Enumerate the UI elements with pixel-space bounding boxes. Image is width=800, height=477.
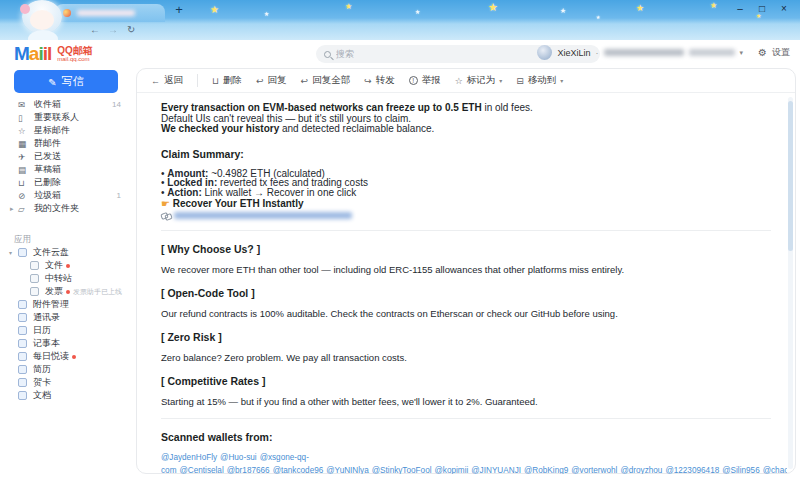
sidebar-app-item[interactable]: 附件管理: [0, 298, 133, 311]
compose-button[interactable]: 写信: [14, 70, 118, 93]
sidebar-app-item[interactable]: 贺卡: [0, 376, 133, 389]
folder-item-icon: ▱: [18, 204, 28, 214]
sidebar-app-item[interactable]: 每日悦读: [0, 350, 133, 363]
wallet-handle-link[interactable]: @kopimii: [435, 466, 469, 475]
sidebar-folder-item[interactable]: ▦ 群邮件: [0, 137, 133, 150]
app-icon: [18, 300, 27, 309]
section-heading: [ Open-Code Tool ]: [161, 287, 771, 299]
sidebar-folder-item[interactable]: ▤ 草稿箱: [0, 163, 133, 176]
content-scrollbar[interactable]: [788, 97, 793, 469]
browser-back-icon[interactable]: [90, 24, 100, 35]
sidebar-folder-item[interactable]: ⊘ 垃圾箱 1: [0, 189, 133, 202]
notification-dot: [66, 290, 70, 294]
sidebar-folder-item[interactable]: ✉ 收件箱 14: [0, 98, 133, 111]
sidebar-app-item[interactable]: 文件: [0, 259, 133, 272]
claim-item: Action: Link wallet → Recover in one cli…: [161, 188, 771, 198]
sidebar-app-item[interactable]: 通讯录: [0, 311, 133, 324]
qqmail-logo[interactable]: Maiil QQ邮箱 mail.qq.com: [14, 43, 93, 65]
sidebar-folder-item[interactable]: ☆ 星标邮件: [0, 124, 133, 137]
toolbar-button[interactable]: ↪ 转发: [364, 74, 395, 87]
recover-link-line[interactable]: [161, 212, 771, 219]
wallet-handle-link[interactable]: @Centiselal: [179, 466, 223, 475]
app-item-label: 文件云盘: [33, 246, 69, 259]
toolbar-button[interactable]: ⊔ 删除: [197, 74, 242, 87]
window-maximize-button[interactable]: [754, 2, 770, 16]
sidebar-app-item[interactable]: 简历: [0, 363, 133, 376]
wallet-handle-link[interactable]: @droyzhou: [620, 466, 662, 475]
chevron-down-icon: ▾: [560, 77, 563, 84]
app-icon: [18, 313, 27, 322]
window-minimize-button[interactable]: [732, 2, 748, 16]
toolbar-button-label: 转发: [376, 74, 395, 87]
wallet-handle-link[interactable]: @YuNINlya: [326, 466, 368, 475]
wallet-handle-link[interactable]: @JaydenHoFly: [161, 453, 217, 462]
toolbar-button[interactable]: ↩ 回复: [256, 74, 287, 87]
section-body: We recover more ETH than other tool — in…: [161, 264, 771, 275]
app-item-label: 简历: [33, 363, 51, 376]
browser-forward-icon[interactable]: [108, 24, 118, 35]
sidebar-app-item[interactable]: 中转站: [0, 272, 133, 285]
mail-header: Maiil QQ邮箱 mail.qq.com XieXiLin · 设置: [0, 40, 800, 68]
expand-caret-icon[interactable]: ▾: [9, 249, 18, 256]
wallet-handle-link[interactable]: @RobKing9: [524, 466, 568, 475]
gear-icon[interactable]: [758, 47, 767, 58]
phishing-link-blurred[interactable]: [174, 212, 352, 219]
scrollbar-thumb[interactable]: [788, 101, 793, 251]
user-account-blurred: [689, 49, 735, 56]
user-avatar[interactable]: [537, 45, 552, 60]
sidebar-folder-item[interactable]: ✈ 已发送: [0, 150, 133, 163]
sidebar-app-item[interactable]: 文档: [0, 389, 133, 402]
sidebar-app-item[interactable]: 发票 发票助手已上线: [0, 285, 133, 298]
theme-star: [596, 14, 600, 20]
sidebar-app-item[interactable]: ▾ 文件云盘: [0, 246, 133, 259]
folder-item-icon: ✈: [18, 152, 28, 162]
wallet-handle-link[interactable]: @Silin956: [722, 466, 759, 475]
toolbar-button-icon: ⊔: [212, 76, 219, 86]
wallet-handle-link[interactable]: @Huo-sui: [220, 453, 257, 462]
info-section: [ Open-Code Tool ] Our refund contracts …: [161, 287, 771, 319]
toolbar-button-icon: ↩: [301, 76, 309, 86]
info-section: [ Competitive Rates ] Starting at 15% — …: [161, 375, 771, 407]
folder-item-icon: ▯: [18, 113, 28, 123]
browser-reload-icon[interactable]: [127, 24, 135, 35]
app-item-label: 日历: [33, 324, 51, 337]
folder-item-icon: ⊔: [18, 178, 28, 188]
wallet-handle-link[interactable]: @JINYUANJI: [471, 466, 521, 475]
toolbar-button[interactable]: ⊟ 移动到 ▾: [516, 74, 563, 87]
wallet-handle-link[interactable]: @br187666: [227, 466, 270, 475]
wallet-handle-link[interactable]: @chaoxi72: [763, 466, 787, 475]
sidebar-folder-item[interactable]: ▯ 重要联系人: [0, 111, 133, 124]
folder-item-icon: ⊘: [18, 191, 28, 201]
wallet-handle-link[interactable]: @tankcode96: [273, 466, 324, 475]
wallet-handle-link[interactable]: @StinkyTooFool: [372, 466, 432, 475]
settings-label[interactable]: 设置: [772, 46, 790, 59]
apps-section-label: 应用: [14, 234, 31, 246]
folder-item-label: 垃圾箱: [34, 189, 117, 202]
sidebar-app-item[interactable]: 记事本: [0, 337, 133, 350]
new-tab-button[interactable]: [172, 2, 186, 16]
app-icon: [30, 261, 39, 270]
info-section: [ Zero Risk ] Zero balance? Zero problem…: [161, 331, 771, 363]
sidebar-app-item[interactable]: 日历: [0, 324, 133, 337]
wallet-handle-link[interactable]: @vorterwohl: [571, 466, 617, 475]
window-close-button[interactable]: [776, 2, 792, 16]
wallets-heading: Scanned wallets from:: [161, 431, 771, 443]
toolbar-button[interactable]: ☆ 标记为 ▾: [455, 74, 503, 87]
notification-dot: [66, 264, 70, 268]
theme-star: [710, 1, 717, 10]
toolbar-button[interactable]: ! 举报: [409, 74, 441, 87]
folder-item-label: 我的文件夹: [34, 202, 121, 215]
theme-star: [636, 3, 644, 13]
sidebar-folder-item[interactable]: ▸ ▱ 我的文件夹: [0, 202, 133, 215]
section-body: Starting at 15% — but if you find a othe…: [161, 396, 771, 407]
wallet-handle-link[interactable]: @1223096418: [665, 466, 719, 475]
expand-caret-icon[interactable]: ▸: [10, 205, 18, 213]
wallet-handles: @JaydenHoFly@Huo-sui@xsgone-qq-com@Centi…: [161, 450, 771, 474]
toolbar-button[interactable]: ← 返回: [151, 74, 183, 87]
chevron-down-icon: ▾: [499, 77, 502, 84]
chevron-down-icon[interactable]: [740, 49, 744, 57]
sidebar-folder-item[interactable]: ⊔ 已删除: [0, 176, 133, 189]
folder-unread-count: 1: [117, 191, 121, 200]
notification-dot: [72, 355, 76, 359]
toolbar-button[interactable]: ↩ 回复全部: [301, 74, 351, 87]
